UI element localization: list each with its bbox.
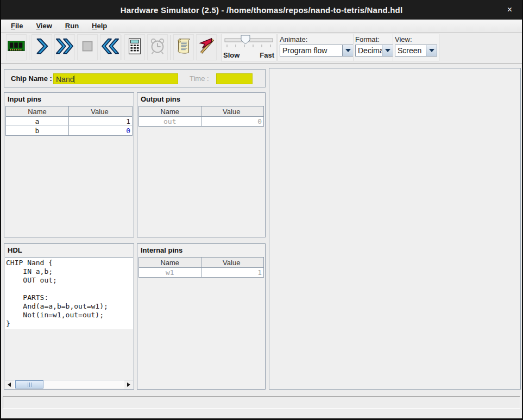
menubar: File View Run Help: [1, 20, 522, 33]
breakpoint-flag-icon: [197, 37, 216, 58]
load-chip-button[interactable]: [6, 34, 27, 60]
animate-label: Animate:: [280, 35, 354, 43]
column-header-value: Value: [201, 258, 264, 267]
internal-pins-table: Name Value w1 1: [138, 257, 264, 278]
single-step-button[interactable]: [31, 34, 52, 60]
view-value: Screen: [395, 45, 426, 56]
screen-display-panel: [269, 68, 521, 390]
scrollbar-track[interactable]: [14, 380, 124, 388]
reset-button[interactable]: [100, 34, 121, 60]
pin-value: 1: [201, 268, 264, 277]
input-pins-table: Name Value a 1 b 0: [5, 106, 133, 136]
chevron-down-icon[interactable]: [382, 45, 393, 56]
code-line: IN a,b;: [6, 267, 133, 276]
close-icon[interactable]: ×: [504, 0, 515, 20]
chip-name-bar: Chip Name : Nand Time :: [4, 69, 266, 87]
run-icon: [55, 37, 74, 58]
clock-icon: [148, 37, 167, 58]
code-line: PARTS:: [6, 293, 133, 302]
stop-button[interactable]: [77, 34, 98, 60]
pin-name: out: [139, 117, 201, 126]
pin-name: a: [6, 117, 69, 126]
speed-slider[interactable]: [222, 35, 276, 53]
output-pins-table: Name Value out 0: [138, 106, 264, 127]
toolbar: Slow Fast Animate: Program flow Format: …: [1, 33, 522, 64]
hdl-horizontal-scrollbar[interactable]: [5, 380, 133, 388]
hdl-title: HDL: [4, 244, 134, 256]
pin-name: b: [6, 126, 69, 135]
pin-name: w1: [139, 268, 201, 277]
hdl-panel: HDL CHIP Nand { IN a,b; OUT out; PARTS: …: [4, 243, 134, 390]
window-title: Hardware Simulator (2.5) - /home/thomas/…: [121, 5, 403, 15]
column-header-value: Value: [201, 106, 264, 116]
chevron-down-icon[interactable]: [342, 45, 353, 56]
text-caret: [74, 76, 74, 83]
chevron-down-icon[interactable]: [426, 45, 437, 56]
chip-icon: [7, 37, 26, 58]
table-row: a 1: [6, 117, 132, 126]
hdl-code-view[interactable]: CHIP Nand { IN a,b; OUT out; PARTS: And(…: [5, 257, 133, 380]
column-header-value: Value: [69, 106, 132, 116]
internal-pins-title: Internal pins: [137, 244, 265, 256]
table-row: out 0: [139, 117, 263, 126]
single-step-icon: [33, 37, 51, 58]
view-label: View:: [395, 35, 437, 43]
scrollbar-thumb[interactable]: [15, 380, 43, 388]
format-value: Decimal: [356, 45, 382, 56]
chip-name-label: Chip Name :: [11, 74, 52, 83]
pin-value[interactable]: 0: [69, 126, 132, 135]
format-select[interactable]: Decimal: [355, 45, 393, 57]
view-group: View: Screen: [393, 34, 439, 61]
code-line: CHIP Nand {: [6, 259, 133, 267]
slider-fast-label: Fast: [260, 51, 274, 59]
menu-help[interactable]: Help: [86, 21, 112, 31]
code-line: [6, 285, 133, 293]
clock-button[interactable]: [147, 34, 168, 60]
scroll-right-icon[interactable]: [124, 380, 133, 388]
calculator-icon: [125, 37, 144, 58]
hardware-simulator-window: Hardware Simulator (2.5) - /home/thomas/…: [0, 0, 523, 420]
menu-run[interactable]: Run: [60, 21, 84, 31]
status-bar: [3, 396, 520, 409]
titlebar: Hardware Simulator (2.5) - /home/thomas/…: [1, 0, 522, 20]
input-pins-panel: Input pins Name Value a 1 b 0: [4, 92, 134, 237]
column-header-name: Name: [139, 258, 201, 267]
animate-value: Program flow: [280, 45, 342, 56]
run-button[interactable]: [54, 34, 75, 60]
pin-value: 0: [201, 117, 264, 126]
code-line: And(a=a,b=b,out=w1);: [6, 302, 133, 311]
input-pins-title: Input pins: [4, 93, 134, 105]
output-pins-panel: Output pins Name Value out 0: [137, 92, 266, 237]
speed-slider-group: Slow Fast: [221, 34, 276, 61]
reset-icon: [101, 37, 119, 58]
time-field: [216, 73, 253, 84]
chip-name-field[interactable]: Nand: [53, 73, 178, 84]
menu-file[interactable]: File: [5, 21, 28, 31]
menu-view[interactable]: View: [30, 21, 57, 31]
table-row: b 0: [6, 126, 132, 135]
slider-slow-label: Slow: [223, 51, 240, 59]
breakpoints-button[interactable]: [196, 34, 217, 60]
code-line: }: [6, 319, 133, 328]
column-header-name: Name: [6, 106, 69, 116]
scroll-left-icon[interactable]: [5, 380, 14, 388]
view-select[interactable]: Screen: [395, 45, 437, 57]
internal-pins-panel: Internal pins Name Value w1 1: [137, 243, 266, 390]
script-button[interactable]: [173, 34, 194, 60]
animate-group: Animate: Program flow: [278, 34, 356, 61]
eval-button[interactable]: [124, 34, 145, 60]
code-line: Not(in=w1,out=out);: [6, 311, 133, 319]
table-row: w1 1: [139, 268, 263, 277]
pin-value[interactable]: 1: [69, 117, 132, 126]
code-line: OUT out;: [6, 276, 133, 285]
format-label: Format:: [355, 35, 393, 43]
time-label: Time :: [190, 74, 209, 83]
animate-select[interactable]: Program flow: [280, 45, 354, 57]
script-icon: [174, 37, 193, 58]
output-pins-title: Output pins: [137, 93, 265, 105]
column-header-name: Name: [139, 106, 201, 116]
stop-icon: [78, 37, 97, 58]
format-group: Format: Decimal: [353, 34, 395, 61]
